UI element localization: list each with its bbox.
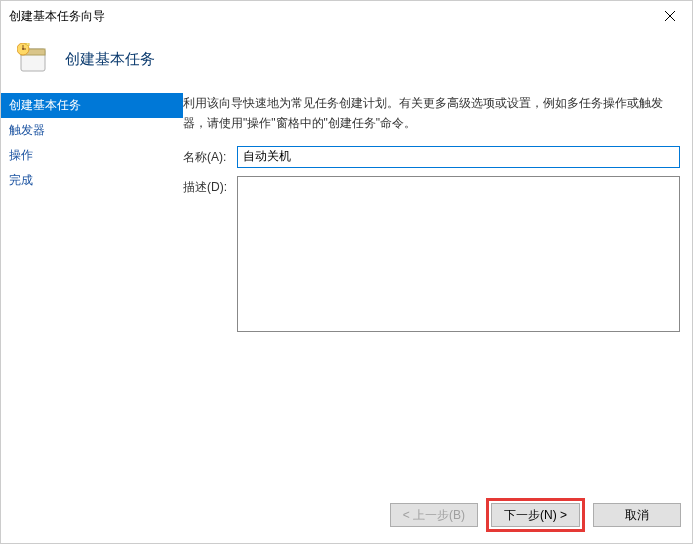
description-row: 描述(D): — [183, 176, 680, 332]
content-area: 创建基本任务 触发器 操作 完成 利用该向导快速地为常见任务创建计划。有关更多高… — [1, 93, 692, 340]
sidebar-item-create-task[interactable]: 创建基本任务 — [1, 93, 183, 118]
wizard-header: 创建基本任务 — [1, 31, 692, 93]
description-label: 描述(D): — [183, 176, 237, 196]
sidebar-item-finish[interactable]: 完成 — [1, 168, 183, 193]
next-button-highlight: 下一步(N) > — [486, 498, 585, 532]
wizard-footer: < 上一步(B) 下一步(N) > 取消 — [390, 498, 681, 532]
titlebar: 创建基本任务向导 — [1, 1, 692, 31]
window-title: 创建基本任务向导 — [9, 8, 105, 25]
close-icon — [665, 11, 675, 21]
sidebar-item-trigger[interactable]: 触发器 — [1, 118, 183, 143]
sidebar-item-action[interactable]: 操作 — [1, 143, 183, 168]
back-button: < 上一步(B) — [390, 503, 478, 527]
intro-text: 利用该向导快速地为常见任务创建计划。有关更多高级选项或设置，例如多任务操作或触发… — [183, 93, 680, 134]
name-row: 名称(A): — [183, 146, 680, 168]
svg-point-5 — [22, 48, 24, 50]
name-label: 名称(A): — [183, 146, 237, 166]
wizard-steps-sidebar: 创建基本任务 触发器 操作 完成 — [1, 93, 183, 340]
next-button[interactable]: 下一步(N) > — [491, 503, 580, 527]
task-icon — [17, 43, 49, 75]
name-input[interactable] — [237, 146, 680, 168]
cancel-button[interactable]: 取消 — [593, 503, 681, 527]
close-button[interactable] — [648, 1, 692, 31]
description-input[interactable] — [237, 176, 680, 332]
main-panel: 利用该向导快速地为常见任务创建计划。有关更多高级选项或设置，例如多任务操作或触发… — [183, 93, 692, 340]
wizard-title: 创建基本任务 — [65, 50, 155, 69]
